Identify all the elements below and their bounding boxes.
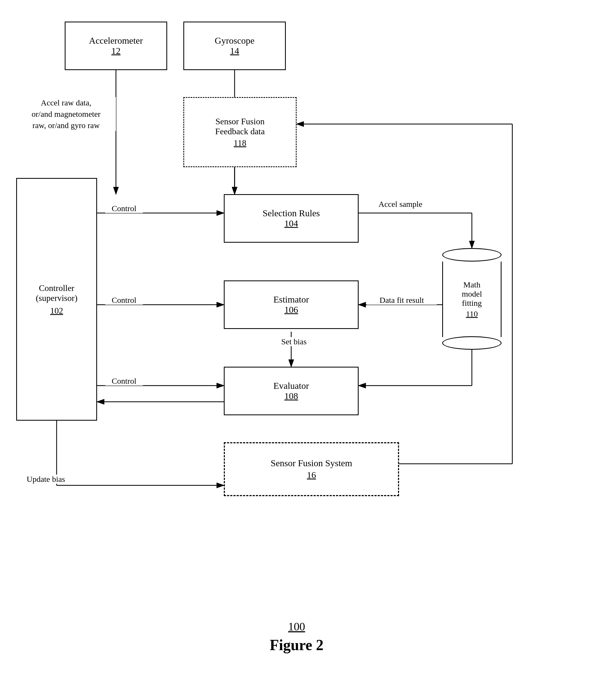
estimator-box: Estimator 106: [224, 280, 359, 329]
gyroscope-id: 14: [230, 46, 239, 56]
selection-rules-box: Selection Rules 104: [224, 194, 359, 243]
evaluator-box: Evaluator 108: [224, 367, 359, 415]
accelerometer-id: 12: [111, 46, 120, 56]
accelerometer-label: Accelerometer: [89, 35, 143, 46]
gyroscope-label: Gyroscope: [214, 35, 254, 46]
cylinder-body: Mathmodelfitting 110: [442, 262, 502, 337]
control-label-3: Control: [105, 376, 143, 386]
sensor-fusion-feedback-box: Sensor FusionFeedback data 118: [183, 97, 297, 167]
figure-caption: Figure 2: [221, 636, 372, 654]
set-bias-label: Set bias: [270, 337, 318, 346]
math-model-fitting-cylinder: Mathmodelfitting 110: [442, 248, 502, 350]
control-label-2: Control: [105, 296, 143, 305]
cylinder-top: [442, 248, 502, 262]
estimator-label: Estimator: [273, 295, 309, 305]
evaluator-id: 108: [284, 391, 298, 401]
cylinder-bottom: [442, 336, 502, 350]
estimator-id: 106: [284, 305, 298, 315]
accel-raw-label: Accel raw data,or/and magnetometerraw, o…: [16, 97, 116, 131]
update-bias-label: Update bias: [16, 475, 75, 484]
math-model-id: 110: [466, 309, 478, 318]
sensor-fusion-feedback-label: Sensor FusionFeedback data: [215, 117, 265, 136]
control-label-1: Control: [105, 204, 143, 213]
selection-rules-label: Selection Rules: [263, 208, 320, 219]
selection-rules-id: 104: [284, 219, 298, 229]
sensor-fusion-feedback-id: 118: [234, 138, 247, 148]
sensor-fusion-system-box: Sensor Fusion System 16: [224, 442, 399, 496]
data-fit-result-label: Data fit result: [367, 296, 437, 305]
controller-id: 102: [50, 306, 63, 316]
accel-sample-label: Accel sample: [367, 199, 434, 209]
figure-number: 100: [243, 620, 351, 633]
math-model-label: Mathmodelfitting: [462, 280, 482, 308]
controller-box: Controller(supervisor) 102: [16, 178, 97, 421]
sensor-fusion-system-label: Sensor Fusion System: [271, 458, 352, 468]
sensor-fusion-system-id: 16: [307, 470, 316, 480]
gyroscope-box: Gyroscope 14: [183, 21, 286, 70]
accelerometer-box: Accelerometer 12: [65, 21, 167, 70]
controller-label: Controller(supervisor): [36, 283, 78, 303]
evaluator-label: Evaluator: [273, 381, 309, 391]
